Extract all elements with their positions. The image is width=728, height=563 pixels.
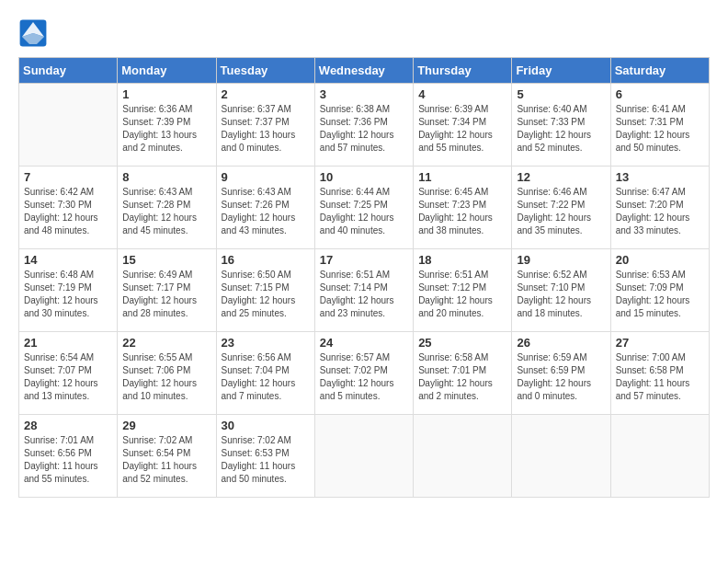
calendar-cell: 1Sunrise: 6:36 AM Sunset: 7:39 PM Daylig… xyxy=(118,84,216,167)
header-day-friday: Friday xyxy=(512,58,610,84)
day-number: 5 xyxy=(517,87,605,101)
day-number: 28 xyxy=(24,419,112,432)
day-number: 24 xyxy=(320,336,408,350)
calendar-cell: 9Sunrise: 6:43 AM Sunset: 7:26 PM Daylig… xyxy=(216,167,314,249)
header-day-monday: Monday xyxy=(118,58,216,84)
calendar-cell: 30Sunrise: 7:02 AM Sunset: 6:53 PM Dayli… xyxy=(216,415,314,498)
calendar-cell: 17Sunrise: 6:51 AM Sunset: 7:14 PM Dayli… xyxy=(314,249,413,332)
calendar-header-row: SundayMondayTuesdayWednesdayThursdayFrid… xyxy=(19,58,710,84)
calendar-week-1: 1Sunrise: 6:36 AM Sunset: 7:39 PM Daylig… xyxy=(19,84,710,167)
day-number: 25 xyxy=(418,336,506,350)
calendar-week-2: 7Sunrise: 6:42 AM Sunset: 7:30 PM Daylig… xyxy=(19,167,710,249)
day-info: Sunrise: 7:01 AM Sunset: 6:56 PM Dayligh… xyxy=(24,434,112,486)
day-number: 10 xyxy=(320,170,408,184)
day-info: Sunrise: 6:51 AM Sunset: 7:12 PM Dayligh… xyxy=(418,269,506,320)
calendar-cell: 23Sunrise: 6:56 AM Sunset: 7:04 PM Dayli… xyxy=(216,332,314,415)
calendar-cell: 27Sunrise: 7:00 AM Sunset: 6:58 PM Dayli… xyxy=(610,332,709,415)
calendar-week-5: 28Sunrise: 7:01 AM Sunset: 6:56 PM Dayli… xyxy=(19,415,710,498)
day-number: 8 xyxy=(122,170,210,184)
day-info: Sunrise: 6:44 AM Sunset: 7:25 PM Dayligh… xyxy=(320,186,408,237)
calendar-body: 1Sunrise: 6:36 AM Sunset: 7:39 PM Daylig… xyxy=(19,84,710,498)
day-number: 21 xyxy=(24,336,112,350)
calendar-table: SundayMondayTuesdayWednesdayThursdayFrid… xyxy=(18,57,710,498)
calendar-cell: 11Sunrise: 6:45 AM Sunset: 7:23 PM Dayli… xyxy=(414,167,512,249)
day-info: Sunrise: 7:00 AM Sunset: 6:58 PM Dayligh… xyxy=(616,351,704,403)
calendar-cell: 24Sunrise: 6:57 AM Sunset: 7:02 PM Dayli… xyxy=(314,332,413,415)
calendar-cell xyxy=(19,84,118,167)
day-info: Sunrise: 6:50 AM Sunset: 7:15 PM Dayligh… xyxy=(222,269,310,320)
day-info: Sunrise: 6:56 AM Sunset: 7:04 PM Dayligh… xyxy=(222,351,310,403)
day-info: Sunrise: 6:51 AM Sunset: 7:14 PM Dayligh… xyxy=(320,269,408,320)
day-number: 1 xyxy=(122,87,210,101)
day-info: Sunrise: 6:47 AM Sunset: 7:20 PM Dayligh… xyxy=(616,186,704,237)
day-info: Sunrise: 6:42 AM Sunset: 7:30 PM Dayligh… xyxy=(24,186,112,237)
day-info: Sunrise: 7:02 AM Sunset: 6:54 PM Dayligh… xyxy=(122,434,210,486)
calendar-cell: 26Sunrise: 6:59 AM Sunset: 6:59 PM Dayli… xyxy=(512,332,610,415)
day-info: Sunrise: 6:54 AM Sunset: 7:07 PM Dayligh… xyxy=(24,351,112,403)
calendar-cell: 19Sunrise: 6:52 AM Sunset: 7:10 PM Dayli… xyxy=(512,249,610,332)
calendar-cell: 29Sunrise: 7:02 AM Sunset: 6:54 PM Dayli… xyxy=(118,415,216,498)
calendar-cell: 12Sunrise: 6:46 AM Sunset: 7:22 PM Dayli… xyxy=(512,167,610,249)
calendar-cell: 2Sunrise: 6:37 AM Sunset: 7:37 PM Daylig… xyxy=(216,84,314,167)
day-number: 27 xyxy=(616,336,704,350)
day-number: 4 xyxy=(418,87,506,101)
day-info: Sunrise: 7:02 AM Sunset: 6:53 PM Dayligh… xyxy=(222,434,310,486)
calendar-cell xyxy=(414,415,512,498)
calendar-week-3: 14Sunrise: 6:48 AM Sunset: 7:19 PM Dayli… xyxy=(19,249,710,332)
calendar-cell: 28Sunrise: 7:01 AM Sunset: 6:56 PM Dayli… xyxy=(19,415,118,498)
calendar-week-4: 21Sunrise: 6:54 AM Sunset: 7:07 PM Dayli… xyxy=(19,332,710,415)
calendar-cell: 20Sunrise: 6:53 AM Sunset: 7:09 PM Dayli… xyxy=(610,249,709,332)
calendar-cell: 21Sunrise: 6:54 AM Sunset: 7:07 PM Dayli… xyxy=(19,332,118,415)
day-info: Sunrise: 6:57 AM Sunset: 7:02 PM Dayligh… xyxy=(320,351,408,403)
day-info: Sunrise: 6:55 AM Sunset: 7:06 PM Dayligh… xyxy=(122,351,210,403)
day-number: 7 xyxy=(24,170,112,184)
calendar-cell: 8Sunrise: 6:43 AM Sunset: 7:28 PM Daylig… xyxy=(118,167,216,249)
day-number: 22 xyxy=(122,336,210,350)
day-number: 19 xyxy=(517,253,605,267)
calendar-cell: 15Sunrise: 6:49 AM Sunset: 7:17 PM Dayli… xyxy=(118,249,216,332)
logo xyxy=(18,18,51,48)
page-header xyxy=(18,18,710,48)
day-info: Sunrise: 6:52 AM Sunset: 7:10 PM Dayligh… xyxy=(517,269,605,320)
day-info: Sunrise: 6:45 AM Sunset: 7:23 PM Dayligh… xyxy=(418,186,506,237)
day-info: Sunrise: 6:37 AM Sunset: 7:37 PM Dayligh… xyxy=(222,103,310,155)
day-number: 15 xyxy=(122,253,210,267)
calendar-cell: 7Sunrise: 6:42 AM Sunset: 7:30 PM Daylig… xyxy=(19,167,118,249)
day-number: 26 xyxy=(517,336,605,350)
day-info: Sunrise: 6:38 AM Sunset: 7:36 PM Dayligh… xyxy=(320,103,408,155)
header-day-sunday: Sunday xyxy=(19,58,118,84)
day-info: Sunrise: 6:43 AM Sunset: 7:26 PM Dayligh… xyxy=(222,186,310,237)
day-number: 17 xyxy=(320,253,408,267)
calendar-cell: 13Sunrise: 6:47 AM Sunset: 7:20 PM Dayli… xyxy=(610,167,709,249)
calendar-cell: 14Sunrise: 6:48 AM Sunset: 7:19 PM Dayli… xyxy=(19,249,118,332)
header-day-wednesday: Wednesday xyxy=(314,58,413,84)
day-number: 12 xyxy=(517,170,605,184)
calendar-cell: 25Sunrise: 6:58 AM Sunset: 7:01 PM Dayli… xyxy=(414,332,512,415)
day-info: Sunrise: 6:53 AM Sunset: 7:09 PM Dayligh… xyxy=(616,269,704,320)
calendar-cell xyxy=(314,415,413,498)
header-day-thursday: Thursday xyxy=(414,58,512,84)
day-number: 20 xyxy=(616,253,704,267)
calendar-cell: 6Sunrise: 6:41 AM Sunset: 7:31 PM Daylig… xyxy=(610,84,709,167)
day-info: Sunrise: 6:49 AM Sunset: 7:17 PM Dayligh… xyxy=(122,269,210,320)
calendar-cell xyxy=(610,415,709,498)
day-info: Sunrise: 6:43 AM Sunset: 7:28 PM Dayligh… xyxy=(122,186,210,237)
day-number: 9 xyxy=(222,170,310,184)
day-number: 2 xyxy=(222,87,310,101)
calendar-cell: 16Sunrise: 6:50 AM Sunset: 7:15 PM Dayli… xyxy=(216,249,314,332)
calendar-cell: 4Sunrise: 6:39 AM Sunset: 7:34 PM Daylig… xyxy=(414,84,512,167)
header-day-tuesday: Tuesday xyxy=(216,58,314,84)
day-info: Sunrise: 6:58 AM Sunset: 7:01 PM Dayligh… xyxy=(418,351,506,403)
day-number: 23 xyxy=(222,336,310,350)
day-number: 18 xyxy=(418,253,506,267)
day-number: 13 xyxy=(616,170,704,184)
day-info: Sunrise: 6:40 AM Sunset: 7:33 PM Dayligh… xyxy=(517,103,605,155)
day-info: Sunrise: 6:36 AM Sunset: 7:39 PM Dayligh… xyxy=(122,103,210,155)
calendar-cell: 3Sunrise: 6:38 AM Sunset: 7:36 PM Daylig… xyxy=(314,84,413,167)
day-number: 30 xyxy=(222,419,310,432)
logo-icon xyxy=(18,18,48,48)
calendar-cell: 5Sunrise: 6:40 AM Sunset: 7:33 PM Daylig… xyxy=(512,84,610,167)
day-info: Sunrise: 6:48 AM Sunset: 7:19 PM Dayligh… xyxy=(24,269,112,320)
day-number: 14 xyxy=(24,253,112,267)
day-number: 3 xyxy=(320,87,408,101)
